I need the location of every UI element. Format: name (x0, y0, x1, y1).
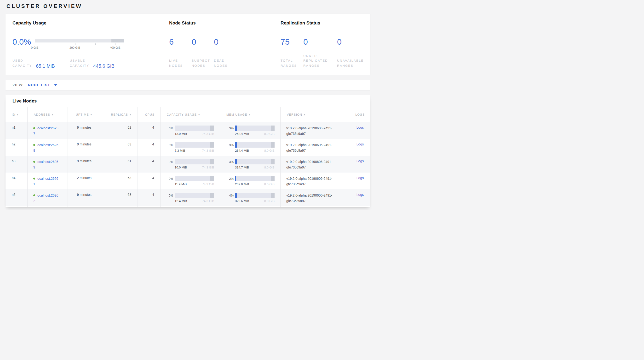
logs-link[interactable]: Logs (356, 125, 364, 129)
column-header-uptime[interactable]: UPTIME▼ (68, 107, 101, 122)
logs-cell: Logs (350, 172, 370, 189)
suspect-nodes-count: 0 (192, 38, 214, 46)
logs-link[interactable]: Logs (356, 176, 364, 180)
logs-link[interactable]: Logs (356, 193, 364, 197)
logs-link[interactable]: Logs (356, 142, 364, 146)
axis-tick (95, 44, 96, 45)
live-status-dot-icon (33, 177, 35, 179)
axis-tick-label: 400 GiB (110, 46, 120, 49)
mem-bar-fill (235, 125, 237, 131)
capacity-usage-bar (175, 193, 214, 198)
axis-tick (55, 44, 55, 45)
node-address-link[interactable]: localhost:26257 (33, 126, 58, 136)
capacity-usage-section: Capacity Usage 0.0% 0 GiB200 GiB400 GiB … (12, 20, 156, 68)
view-selector-dropdown[interactable]: NODE LIST (28, 83, 57, 87)
uptime-cell: 9 minutes (68, 156, 101, 172)
column-header-replicas[interactable]: REPLICAS▼ (101, 107, 138, 122)
column-label: LOGS (355, 113, 365, 116)
under-replicated-ranges-count: 0 (303, 38, 337, 46)
mem-bar-reserved-segment (271, 159, 275, 164)
sort-desc-icon: ▼ (248, 113, 251, 116)
total-ranges-label: TOTAL RANGES (280, 58, 303, 68)
capacity-bar-reserved-segment (210, 142, 214, 148)
column-header-memory[interactable]: MEM USAGE▼ (220, 107, 280, 122)
capacity-axis-ticks (35, 44, 124, 45)
unavailable-ranges-label: UNAVAILABLE RANGES (337, 58, 369, 68)
mem-usage-bar (235, 193, 274, 198)
sort-desc-icon: ▼ (52, 113, 54, 116)
uptime-cell: 2 minutes (68, 172, 101, 189)
suspect-nodes-label: SUSPECT NODES (192, 58, 214, 68)
replication-status-title: Replication Status (280, 20, 369, 26)
column-header-capacity[interactable]: CAPACITY USAGE▼ (160, 107, 220, 122)
column-header-version[interactable]: VERSION▼ (280, 107, 350, 122)
version-cell: v19.2.0-alpha.20190606-2491-gfe735c9a97 (280, 122, 350, 139)
uptime-cell: 9 minutes (68, 122, 101, 139)
capacity-bar-reserved-segment (210, 159, 214, 164)
live-nodes-count: 6 (169, 38, 192, 46)
node-id-cell: n1 (6, 122, 28, 139)
node-address-link[interactable]: localhost:26259 (33, 160, 58, 169)
axis-tick (115, 44, 116, 45)
mem-usage-cell: 3% 314.7 MiB 8.0 GiB (220, 156, 280, 172)
mem-bar-fill (235, 159, 237, 164)
dead-nodes-label: DEAD NODES (214, 58, 240, 68)
view-bar: VIEW: NODE LIST (6, 80, 370, 90)
capacity-bar-reserved-segment (210, 193, 214, 198)
sort-desc-icon: ▼ (304, 113, 306, 116)
cpus-cell: 4 (138, 172, 160, 189)
logs-link[interactable]: Logs (356, 159, 364, 163)
usable-capacity-value: 445.6 GiB (93, 63, 114, 69)
node-status-title: Node Status (169, 20, 270, 26)
replicas-cell: 61 (101, 156, 138, 172)
cpus-cell: 4 (138, 156, 160, 172)
column-header-address[interactable]: ADDRESS▼ (28, 107, 68, 122)
cpus-cell: 4 (138, 139, 160, 156)
under-replicated-ranges-label: UNDER-REPLICATED RANGES (303, 54, 337, 68)
axis-tick (35, 44, 35, 45)
column-header-id[interactable]: ID▼ (6, 107, 28, 122)
live-nodes-table: ID▼ADDRESS▼UPTIME▼REPLICAS▼CPUSCAPACITY … (6, 107, 370, 207)
column-label: ADDRESS (34, 113, 50, 116)
sort-desc-icon: ▼ (16, 113, 19, 116)
column-header-cpus: CPUS (138, 107, 160, 122)
capacity-usage-cell: 0% 7.3 MiB 74.3 GiB (160, 139, 220, 156)
sort-desc-icon: ▼ (90, 113, 92, 116)
cpus-cell: 4 (138, 189, 160, 206)
node-address-link[interactable]: localhost:26261 (33, 177, 58, 186)
version-cell: v19.2.0-alpha.20190606-2491-gfe735c9a97 (280, 172, 350, 189)
capacity-axis-labels: 0 GiB200 GiB400 GiB (35, 46, 124, 50)
live-nodes-label: LIVE NODES (169, 58, 192, 68)
node-id-cell: n4 (6, 172, 28, 189)
node-address-link[interactable]: localhost:26258 (33, 143, 58, 152)
column-label: CAPACITY USAGE (167, 113, 197, 116)
used-capacity-value: 65.1 MiB (36, 63, 55, 69)
column-label: CPUS (145, 113, 154, 116)
capacity-usage-cell: 0% 10.0 MiB 74.3 GiB (160, 156, 220, 172)
live-nodes-card: Live Nodes ID▼ADDRESS▼UPTIME▼REPLICAS▼CP… (6, 95, 370, 207)
mem-bar-reserved-segment (271, 142, 275, 148)
dead-nodes-count: 0 (214, 38, 240, 46)
node-id-cell: n3 (6, 156, 28, 172)
node-address-cell: localhost:26261 (28, 172, 68, 189)
capacity-usage-cell: 0% 11.9 MiB 74.3 GiB (160, 172, 220, 189)
mem-bar-fill (235, 176, 236, 181)
node-address-link[interactable]: localhost:26262 (33, 194, 58, 203)
axis-tick-label: 200 GiB (70, 46, 80, 49)
replicas-cell: 62 (101, 122, 138, 139)
replication-status-section: Replication Status 75 0 0 TOTAL RANGES U… (280, 20, 369, 68)
node-address-cell: localhost:26258 (28, 139, 68, 156)
replicas-cell: 63 (101, 139, 138, 156)
uptime-cell: 9 minutes (68, 189, 101, 206)
capacity-bar-reserved-segment (210, 125, 214, 131)
replicas-cell: 63 (101, 172, 138, 189)
mem-bar-reserved-segment (271, 193, 275, 198)
table-row: n3 localhost:26259 9 minutes 61 4 0% 10.… (6, 156, 370, 172)
used-capacity-label: USED CAPACITY (12, 58, 34, 68)
capacity-used-percent: 0.0% (12, 38, 31, 46)
usable-capacity-stat: USABLE CAPACITY 445.6 GiB (70, 58, 114, 68)
capacity-usage-bar (175, 142, 214, 148)
node-address-cell: localhost:26259 (28, 156, 68, 172)
mem-usage-cell: 3% 264.4 MiB 8.0 GiB (220, 139, 280, 156)
capacity-usage-cell: 0% 13.0 MiB 74.3 GiB (160, 122, 220, 139)
